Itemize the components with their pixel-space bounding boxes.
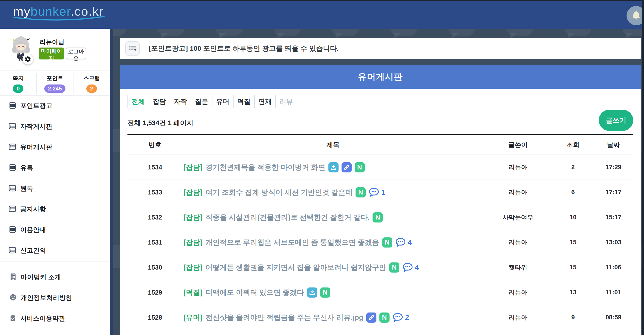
smiley-icon — [10, 294, 16, 302]
post-date: 13:03 — [594, 239, 633, 246]
profile-settings-button[interactable] — [22, 54, 33, 64]
post-title-link[interactable]: [잡담]개인적으로 루리웹은 서브도메인 좀 통일했으면 좋겠음N4 — [182, 238, 484, 248]
sidebar-footer-item[interactable]: 개인정보처리방침 — [0, 288, 110, 308]
sidebar-footer-item[interactable]: 마이벙커 소개 — [0, 267, 110, 288]
sidebar-item[interactable]: 이용안내 — [0, 220, 110, 240]
write-post-button[interactable]: 글쓰기 — [599, 110, 633, 131]
post-number: 1531 — [128, 239, 182, 246]
stat-value-badge: 2 — [86, 84, 97, 93]
post-author[interactable]: 리뉴아 — [484, 163, 552, 172]
bubble-pattern-shape — [506, 29, 533, 36]
sidebar-item-label: 원톡 — [20, 184, 33, 193]
post-author[interactable]: 리뉴아 — [484, 238, 552, 246]
tab-질문[interactable]: 질문 — [191, 95, 212, 108]
post-title-text: 직종을 시설관리(건물관리)로 선택한건 잘한거 같다. — [206, 212, 370, 222]
notice-banner[interactable]: [포인트광고] 100 포인트로 하루동안 광고를 띄울 수 있습니다. — [120, 38, 641, 59]
sidebar-item[interactable]: 포인트광고 — [0, 96, 110, 116]
bubble-pattern-shape — [158, 29, 185, 36]
board-list-icon — [9, 226, 16, 234]
tab-리뷰[interactable]: 리뷰 — [276, 95, 296, 108]
sidebar-footer-item[interactable]: 서비스이용약관 — [0, 308, 110, 329]
comment-indicator: 4 — [402, 263, 419, 272]
table-header-row: 번호제목글쓴이조회날짜 — [128, 135, 633, 155]
column-header: 날짜 — [594, 140, 633, 149]
tab-연재[interactable]: 연재 — [254, 95, 276, 108]
post-title-link[interactable]: [덕질]디맥에도 이펙터 있으면 좋겠다N — [182, 288, 484, 298]
post-title-link[interactable]: [잡담]직종을 시설관리(건물관리)로 선택한건 잘한거 같다.N — [182, 212, 484, 222]
post-author[interactable]: 리뉴아 — [484, 288, 552, 297]
post-title-link[interactable]: [잡담]여기 조회수 집계 방식이 세션 기반인것 같은데N1 — [182, 187, 484, 198]
comment-count: 1 — [381, 188, 385, 196]
bubble-pattern-shape — [564, 29, 592, 36]
site-logo[interactable]: mybunker.co.kr — [13, 4, 105, 22]
post-table: 번호제목글쓴이조회날짜 1534[잡담]경기천년제목을 적용한 마이벙커 화면N… — [128, 134, 633, 330]
new-post-badge: N — [356, 187, 366, 198]
notification-bell-button[interactable] — [626, 6, 644, 25]
post-category: [덕질] — [184, 288, 202, 297]
notice-list-icon-button[interactable] — [126, 41, 140, 56]
sidebar-item[interactable]: 유머게시판 — [0, 137, 110, 158]
comment-bubble-icon — [392, 313, 403, 322]
stat-item-messages[interactable]: 쪽지0 — [0, 73, 36, 94]
post-row: 1534[잡담]경기천년제목을 적용한 마이벙커 화면N리뉴아217:29 — [128, 155, 633, 180]
stat-value-badge: 2,245 — [44, 84, 66, 93]
sidebar-item[interactable]: 원톡 — [0, 178, 110, 199]
tab-잡담[interactable]: 잡담 — [148, 95, 170, 108]
board-title: 유머게시판 — [358, 71, 403, 83]
sidebar-item[interactable]: 공지사항 — [0, 199, 110, 220]
post-number: 1529 — [128, 289, 182, 296]
mypage-button[interactable]: 마이페이지 — [39, 48, 64, 60]
list-icon — [9, 247, 16, 254]
column-header: 조회 — [552, 140, 594, 149]
post-title-text: 여기 조회수 집계 방식이 세션 기반인것 같은데 — [206, 188, 353, 197]
top-header: mybunker.co.kr — [0, 2, 644, 29]
post-number: 1528 — [128, 314, 182, 321]
post-title-link[interactable]: [잡담]경기천년제목을 적용한 마이벙커 화면N — [182, 162, 484, 172]
bubble-pattern-shape — [216, 29, 243, 36]
sidebar-item[interactable]: 유톡 — [0, 158, 110, 178]
post-title-link[interactable]: [유머]전신샷을 올려야만 적립금을 주는 무신사 리뷰.jpgN2 — [182, 312, 484, 322]
smiley-icon — [10, 294, 16, 301]
post-number: 1530 — [128, 264, 182, 271]
bubble-pattern-shape — [332, 29, 359, 36]
new-post-badge: N — [380, 312, 390, 322]
post-category: [잡담] — [184, 188, 202, 197]
stat-item-scraps[interactable]: 스크랩2 — [73, 73, 110, 94]
download-badge — [328, 162, 338, 172]
bubble-pattern-shape — [622, 29, 642, 36]
post-title-link[interactable]: [잡담]어떻게든 생활권을 지키면서 집을 알아보려니 쉽지않구만N4 — [182, 262, 484, 272]
tab-전체[interactable]: 전체 — [128, 95, 148, 108]
post-author[interactable]: 캣타워 — [484, 263, 552, 272]
post-date: 11:06 — [594, 264, 633, 271]
new-post-badge: N — [372, 212, 383, 222]
stat-item-points[interactable]: 포인트2,245 — [36, 73, 73, 94]
board-list-icon — [9, 144, 16, 151]
post-row: 1533[잡담]여기 조회수 집계 방식이 세션 기반인것 같은데N1리뉴아61… — [128, 180, 633, 205]
post-views: 6 — [552, 189, 594, 196]
bubble-pattern-shape — [390, 29, 417, 36]
bell-icon — [630, 10, 642, 22]
user-stats-row: 쪽지0포인트2,245스크랩2 — [0, 73, 110, 94]
post-row: 1530[잡담]어떻게든 생활권을 지키면서 집을 알아보려니 쉽지않구만N4캣… — [128, 255, 633, 280]
sidebar-item[interactable]: 자작게시판 — [0, 116, 110, 137]
list-icon — [9, 123, 16, 130]
stat-value-badge: 0 — [13, 84, 24, 93]
comment-indicator: 2 — [392, 313, 409, 322]
post-author[interactable]: 리뉴아 — [484, 314, 552, 322]
post-views: 10 — [552, 214, 594, 221]
list-dropdown-icon — [128, 44, 137, 52]
logout-button[interactable]: 로그아웃 — [66, 48, 86, 60]
comment-bubble-icon — [402, 263, 413, 272]
new-post-badge: N — [354, 162, 365, 172]
sidebar-item[interactable]: 신고건의 — [0, 240, 110, 261]
post-views: 15 — [552, 239, 594, 246]
post-category: [잡담] — [184, 212, 202, 222]
tab-유머[interactable]: 유머 — [212, 95, 233, 108]
tab-덕질[interactable]: 덕질 — [233, 95, 254, 108]
post-author[interactable]: 사막눈여우 — [484, 213, 552, 222]
summary-row: 전체 1,534건 1 페이지 — [128, 118, 633, 128]
post-author[interactable]: 리뉴아 — [484, 188, 552, 196]
sidebar-item-label: 자작게시판 — [20, 122, 52, 131]
window-top-edge — [0, 0, 644, 2]
tab-자작[interactable]: 자작 — [170, 95, 191, 108]
